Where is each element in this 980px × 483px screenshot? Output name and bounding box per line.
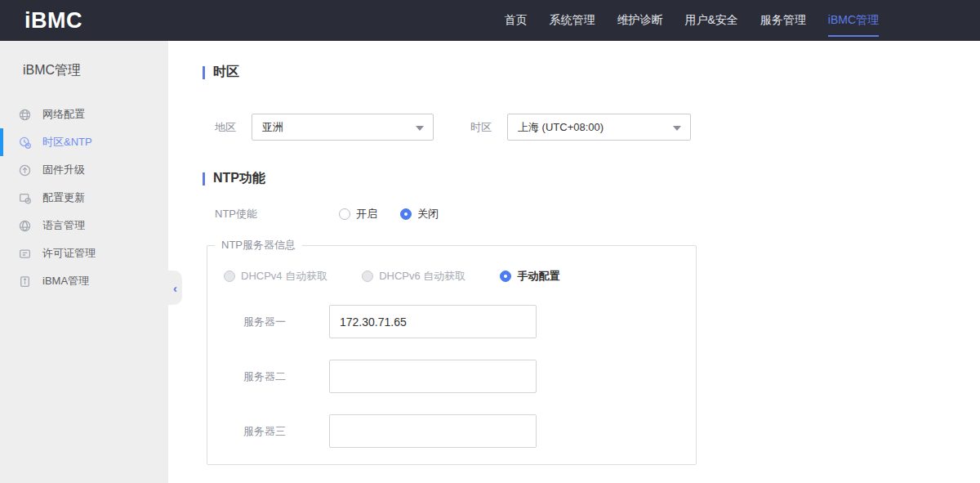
ntp-section-title: NTP功能 — [203, 170, 980, 187]
ntp-server-info-legend: NTP服务器信息 — [215, 238, 302, 253]
radio-label: 开启 — [356, 207, 377, 221]
sidebar-item-network-config[interactable]: 网络配置 — [0, 101, 168, 128]
radio-option-dhcpv4-auto[interactable]: DHCPv4 自动获取 — [224, 269, 327, 284]
network-icon — [18, 108, 32, 122]
chevron-down-icon — [673, 126, 681, 131]
timezone-section-title: 时区 — [203, 64, 980, 81]
sidebar-item-license-management[interactable]: 许可证管理 — [0, 239, 168, 267]
radio-option-enable-off[interactable]: 关闭 — [400, 207, 439, 221]
nav-item-maintenance-diagnostics[interactable]: 维护诊断 — [617, 0, 662, 41]
nav-item-system-management[interactable]: 系统管理 — [549, 0, 595, 41]
sidebar: iBMC管理 网络配置 时区&NTP 固件升级 — [0, 41, 168, 483]
nav-item-ibmc-management[interactable]: iBMC管理 — [828, 0, 879, 41]
sidebar-item-label: 配置更新 — [42, 190, 85, 205]
radio-checked-icon[interactable] — [500, 271, 511, 282]
sidebar-item-timezone-ntp[interactable]: 时区&NTP — [0, 128, 168, 156]
ntp-enable-row: NTP使能 开启 关闭 — [215, 207, 980, 221]
sidebar-item-label: 固件升级 — [42, 163, 85, 177]
sidebar-item-firmware-upgrade[interactable]: 固件升级 — [0, 156, 168, 184]
radio-disabled-icon — [224, 271, 235, 282]
sidebar-item-label: iBMA管理 — [42, 274, 89, 288]
sidebar-item-label: 时区&NTP — [42, 135, 92, 150]
sidebar-item-language-management[interactable]: 语言管理 — [0, 212, 168, 239]
section-title-text: 时区 — [213, 64, 239, 81]
region-select-value: 亚洲 — [262, 120, 283, 135]
nav-item-user-security[interactable]: 用户&安全 — [684, 0, 737, 41]
sidebar-item-ibma-management[interactable]: iBMA管理 — [0, 267, 168, 295]
accent-bar — [203, 172, 205, 186]
radio-option-enable-on[interactable]: 开启 — [339, 207, 377, 221]
radio-label: 关闭 — [417, 207, 439, 221]
license-icon — [18, 247, 32, 261]
server-two-label: 服务器二 — [243, 369, 329, 384]
sidebar-item-label: 语言管理 — [42, 218, 85, 233]
ntp-server-row-2: 服务器二 — [243, 360, 696, 393]
chevron-left-icon: ‹ — [173, 281, 177, 295]
main-content: 时区 地区 亚洲 时区 上海 (UTC+08:00) NTP功能 NTP使能 — [168, 41, 980, 483]
top-nav: 首页 系统管理 维护诊断 用户&安全 服务管理 iBMC管理 — [504, 0, 879, 41]
firmware-upgrade-icon — [18, 163, 32, 177]
server-one-label: 服务器一 — [243, 315, 329, 329]
radio-option-manual-config[interactable]: 手动配置 — [500, 269, 559, 284]
timezone-select[interactable]: 上海 (UTC+08:00) — [507, 114, 691, 141]
radio-option-dhcpv6-auto[interactable]: DHCPv6 自动获取 — [362, 269, 466, 284]
radio-label: DHCPv4 自动获取 — [241, 269, 327, 284]
timezone-label: 时区 — [470, 120, 507, 135]
accent-bar — [203, 66, 205, 79]
sidebar-item-config-update[interactable]: 配置更新 — [0, 184, 168, 212]
ntp-server-row-1: 服务器一 — [243, 305, 696, 338]
ntp-server-row-3: 服务器三 — [243, 414, 696, 448]
radio-label: DHCPv6 自动获取 — [379, 269, 466, 284]
sidebar-title: iBMC管理 — [23, 62, 168, 79]
region-select[interactable]: 亚洲 — [252, 114, 434, 141]
timezone-form-row: 地区 亚洲 时区 上海 (UTC+08:00) — [215, 114, 980, 141]
radio-unchecked-icon[interactable] — [339, 208, 350, 220]
language-icon — [18, 219, 32, 233]
ntp-enable-label: NTP使能 — [215, 207, 339, 221]
region-label: 地区 — [215, 120, 252, 135]
timezone-select-value: 上海 (UTC+08:00) — [518, 120, 604, 135]
radio-checked-icon[interactable] — [400, 208, 412, 220]
sidebar-menu: 网络配置 时区&NTP 固件升级 配置更新 — [0, 101, 168, 295]
nav-item-service-management[interactable]: 服务管理 — [760, 0, 806, 41]
ibma-icon — [18, 275, 32, 288]
server-one-input[interactable] — [329, 305, 537, 338]
section-title-text: NTP功能 — [213, 170, 265, 187]
server-three-label: 服务器三 — [243, 424, 329, 439]
chevron-down-icon — [416, 126, 424, 131]
ibmc-screen: iBMC 首页 系统管理 维护诊断 用户&安全 服务管理 iBMC管理 iBMC… — [0, 0, 980, 483]
server-three-input[interactable] — [329, 414, 537, 448]
nav-item-home[interactable]: 首页 — [504, 0, 527, 41]
ntp-enable-radio-group: 开启 关闭 — [339, 207, 439, 221]
sidebar-item-label: 网络配置 — [42, 107, 85, 122]
sidebar-collapse-button[interactable]: ‹ — [168, 271, 182, 305]
radio-label: 手动配置 — [517, 269, 559, 284]
sidebar-item-label: 许可证管理 — [42, 246, 96, 261]
ntp-server-mode-row: DHCPv4 自动获取 DHCPv6 自动获取 手动配置 — [224, 269, 696, 284]
server-two-input[interactable] — [329, 360, 537, 393]
ibmc-logo: iBMC — [24, 8, 82, 34]
timezone-icon — [18, 136, 32, 150]
top-bar: iBMC 首页 系统管理 维护诊断 用户&安全 服务管理 iBMC管理 — [0, 0, 980, 41]
ntp-server-info-group: NTP服务器信息 DHCPv4 自动获取 DHCPv6 自动获取 手动配置 服务… — [207, 238, 697, 465]
config-update-icon — [18, 191, 32, 205]
radio-disabled-icon — [362, 271, 373, 282]
